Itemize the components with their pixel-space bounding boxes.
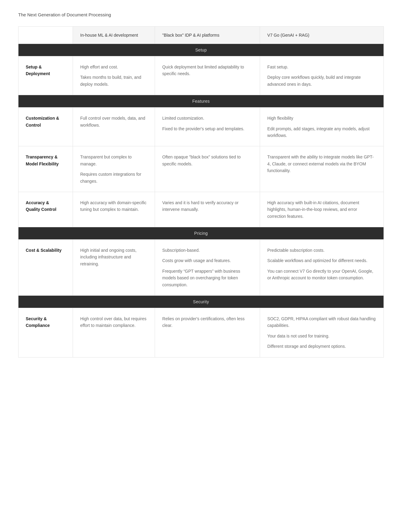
row-label-customization-control: Customization &Control	[18, 108, 73, 146]
section-row-pricing: Pricing	[18, 227, 384, 240]
cell-paragraph: Frequently “GPT wrappers” with business …	[162, 268, 252, 288]
header-col2: In-house ML & AI development	[73, 27, 155, 44]
row-cell-transparency-model-flexibility-col2: Transparent but complex to manage.Requir…	[73, 146, 155, 192]
cell-paragraph: High accuracy with domain-specific tunin…	[80, 199, 147, 213]
cell-paragraph: Quick deployment but limited adaptabilit…	[162, 64, 252, 77]
cell-paragraph: Different storage and deployment options…	[267, 343, 376, 350]
row-label-setup-deployment: Setup &Deployment	[18, 56, 73, 95]
row-cell-transparency-model-flexibility-col4: Transparent with the ability to integrat…	[260, 146, 384, 192]
cell-paragraph: Costs grow with usage and features.	[162, 257, 252, 264]
cell-paragraph: Subscription-based.	[162, 247, 252, 254]
row-cell-cost-scalability-col3: Subscription-based.Costs grow with usage…	[155, 240, 260, 296]
table-header-row: In-house ML & AI development "Black box"…	[18, 27, 384, 44]
table-row-cost-scalability: Cost & ScalabilityHigh initial and ongoi…	[18, 240, 384, 296]
cell-paragraph: Predictable subscription costs.	[267, 247, 376, 254]
header-col1	[18, 27, 73, 44]
row-cell-customization-control-col2: Full control over models, data, and work…	[73, 108, 155, 146]
row-cell-accuracy-quality-control-col4: High accuracy with built-in AI citations…	[260, 192, 384, 227]
row-cell-setup-deployment-col2: High effort and cost.Takes months to bui…	[73, 56, 155, 95]
comparison-table: In-house ML & AI development "Black box"…	[18, 26, 384, 357]
row-cell-setup-deployment-col3: Quick deployment but limited adaptabilit…	[155, 56, 260, 95]
row-cell-accuracy-quality-control-col2: High accuracy with domain-specific tunin…	[73, 192, 155, 227]
table-row-setup-deployment: Setup &DeploymentHigh effort and cost.Ta…	[18, 56, 384, 95]
cell-paragraph: Full control over models, data, and work…	[80, 115, 147, 128]
row-cell-transparency-model-flexibility-col3: Often opaque "black box" solutions tied …	[155, 146, 260, 192]
section-row-security: Security	[18, 296, 384, 308]
table-row-customization-control: Customization &ControlFull control over …	[18, 108, 384, 146]
cell-paragraph: Limited customization.	[162, 115, 252, 121]
row-cell-setup-deployment-col4: Fast setup.Deploy core workflows quickly…	[260, 56, 384, 95]
section-row-setup: Setup	[18, 44, 384, 56]
page-subtitle: The Next Generation of Document Processi…	[18, 12, 384, 17]
table-row-transparency-model-flexibility: Transparency &Model FlexibilityTranspare…	[18, 146, 384, 192]
cell-paragraph: High initial and ongoing costs, includin…	[80, 247, 147, 267]
section-label-features: Features	[18, 95, 384, 108]
cell-paragraph: Fixed to the provider's setup and templa…	[162, 125, 252, 132]
row-label-transparency-model-flexibility: Transparency &Model Flexibility	[18, 146, 73, 192]
cell-paragraph: Deploy core workflows quickly, build and…	[267, 74, 376, 88]
cell-paragraph: High control over data, but requires eff…	[80, 315, 147, 329]
header-col4: V7 Go (GenAI + RAG)	[260, 27, 384, 44]
section-row-features: Features	[18, 95, 384, 108]
cell-paragraph: High effort and cost.	[80, 64, 147, 70]
header-col3: "Black box" IDP & AI platforms	[155, 27, 260, 44]
section-label-pricing: Pricing	[18, 227, 384, 240]
section-label-setup: Setup	[18, 44, 384, 56]
cell-paragraph: Takes months to build, train, and deploy…	[80, 74, 147, 88]
row-cell-cost-scalability-col4: Predictable subscription costs.Scalable …	[260, 240, 384, 296]
cell-paragraph: Transparent with the ability to integrat…	[267, 154, 376, 174]
row-cell-accuracy-quality-control-col3: Varies and it is hard to verify accuracy…	[155, 192, 260, 227]
row-cell-customization-control-col3: Limited customization.Fixed to the provi…	[155, 108, 260, 146]
cell-paragraph: Varies and it is hard to verify accuracy…	[162, 199, 252, 213]
cell-paragraph: Your data is not used for training.	[267, 333, 376, 339]
row-cell-security-compliance-col3: Relies on provider's certifications, oft…	[155, 308, 260, 357]
row-cell-customization-control-col4: High flexibilityEdit prompts, add stages…	[260, 108, 384, 146]
cell-paragraph: Relies on provider's certifications, oft…	[162, 315, 252, 329]
cell-paragraph: Edit prompts, add stages, integrate any …	[267, 125, 376, 139]
row-cell-security-compliance-col2: High control over data, but requires eff…	[73, 308, 155, 357]
cell-paragraph: Scalable workflows and optimized for dif…	[267, 257, 376, 264]
cell-paragraph: Often opaque "black box" solutions tied …	[162, 154, 252, 167]
cell-paragraph: You can connect V7 Go directly to your O…	[267, 268, 376, 281]
cell-paragraph: Transparent but complex to manage.	[80, 154, 147, 167]
row-label-security-compliance: Security &Compliance	[18, 308, 73, 357]
cell-paragraph: High flexibility	[267, 115, 376, 121]
table-row-accuracy-quality-control: Accuracy &Quality ControlHigh accuracy w…	[18, 192, 384, 227]
row-cell-cost-scalability-col2: High initial and ongoing costs, includin…	[73, 240, 155, 296]
cell-paragraph: Fast setup.	[267, 64, 376, 70]
cell-paragraph: SOC2, GDPR, HIPAA compliant with robust …	[267, 315, 376, 329]
cell-paragraph: High accuracy with built-in AI citations…	[267, 199, 376, 220]
row-label-accuracy-quality-control: Accuracy &Quality Control	[18, 192, 73, 227]
table-row-security-compliance: Security &ComplianceHigh control over da…	[18, 308, 384, 357]
row-label-cost-scalability: Cost & Scalability	[18, 240, 73, 296]
row-cell-security-compliance-col4: SOC2, GDPR, HIPAA compliant with robust …	[260, 308, 384, 357]
cell-paragraph: Requires custom integrations for changes…	[80, 171, 147, 185]
section-label-security: Security	[18, 296, 384, 308]
